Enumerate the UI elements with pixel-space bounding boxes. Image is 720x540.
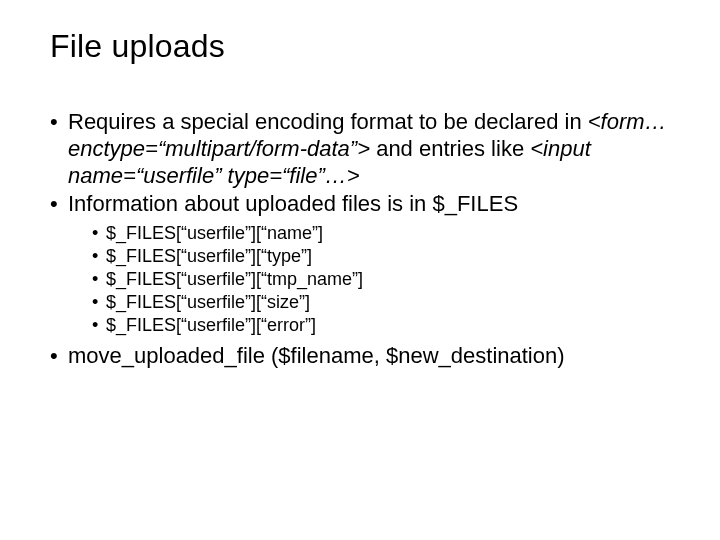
bullet-2: Information about uploaded files is in $… (50, 191, 670, 218)
bullet-1-text-mid: and entries like (370, 136, 530, 161)
slide: File uploads Requires a special encoding… (0, 0, 720, 540)
slide-body: Requires a special encoding format to be… (50, 109, 670, 370)
slide-title: File uploads (50, 28, 670, 65)
bullet-3: move_uploaded_file ($filename, $new_dest… (50, 343, 670, 370)
sub-bullet: $_FILES[“userfile”][“size”] (50, 291, 670, 314)
sub-bullet-group: $_FILES[“userfile”][“name”] $_FILES[“use… (50, 222, 670, 337)
sub-bullet: $_FILES[“userfile”][“error”] (50, 314, 670, 337)
sub-bullet: $_FILES[“userfile”][“type”] (50, 245, 670, 268)
bullet-1-text-pre: Requires a special encoding format to be… (68, 109, 588, 134)
bullet-1: Requires a special encoding format to be… (50, 109, 670, 189)
sub-bullet: $_FILES[“userfile”][“tmp_name”] (50, 268, 670, 291)
sub-bullet: $_FILES[“userfile”][“name”] (50, 222, 670, 245)
